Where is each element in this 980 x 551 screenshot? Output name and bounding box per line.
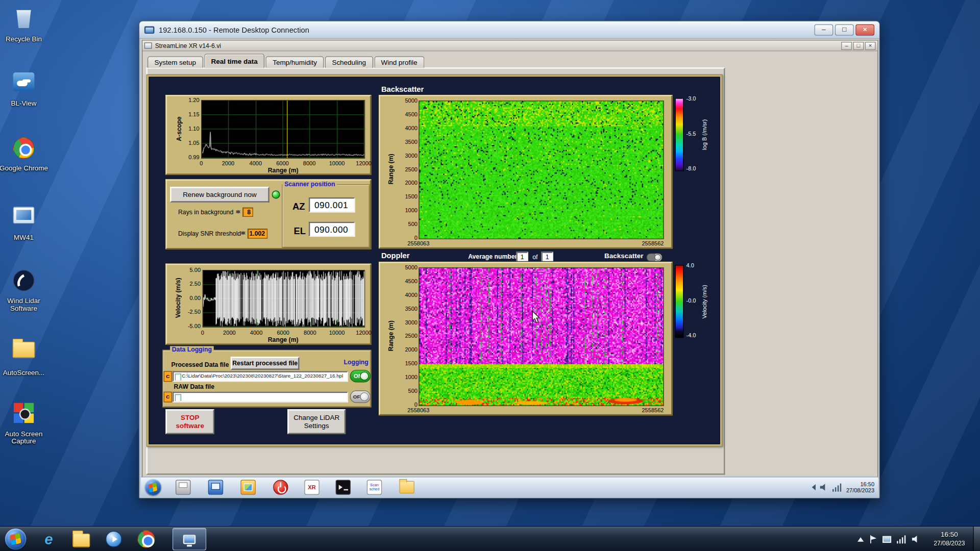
backscatter-cb-label: log B (/m/sr) (701, 93, 707, 176)
monitor-icon (183, 535, 195, 544)
velocity-xtick: 0 (191, 330, 214, 336)
taskbar-chrome-icon[interactable] (137, 531, 155, 548)
desktop-icon-bl-view[interactable]: BL-View (0, 70, 50, 107)
remote-taskbar-xr-app-icon[interactable]: XR (304, 480, 319, 494)
taskbar-rdp-window-button[interactable] (173, 528, 206, 550)
processed-drive-selector[interactable]: C (164, 371, 172, 382)
start-button[interactable] (5, 529, 27, 550)
rdp-close-button[interactable] (855, 24, 874, 35)
taskbar-media-player-icon[interactable] (105, 531, 122, 548)
rdp-minimize-button[interactable] (815, 24, 834, 35)
desktop-icon-google-chrome[interactable]: Google Chrome (0, 136, 50, 172)
raw-logging-off-toggle[interactable]: OFF (350, 390, 371, 403)
desktop-icon-wind-lidar[interactable]: Wind Lidar Software (0, 269, 50, 312)
remote-taskbar-display-tool-icon[interactable] (208, 480, 223, 494)
remote-taskbar-printer-icon[interactable] (176, 480, 190, 494)
desktop-icon-label: Recycle Bin (0, 35, 50, 43)
desktop-icon-autoscreen-folder[interactable]: AutoScreen... (0, 336, 50, 376)
tray-network-icon[interactable] (897, 535, 906, 543)
taskbar-explorer-icon[interactable] (72, 531, 90, 548)
raw-path-field[interactable] (173, 392, 348, 403)
doppler-ytick: 4500 (391, 278, 418, 284)
backscatter-ytick: 500 (391, 221, 418, 227)
backscatter-toggle[interactable] (646, 253, 663, 262)
remote-tray-volume-icon[interactable] (820, 484, 828, 491)
doppler-ytick: 4000 (391, 292, 418, 298)
remote-taskbar-scan-scheduler-icon[interactable]: Scan sched (367, 480, 382, 494)
doppler-ytick: 1500 (391, 361, 418, 367)
ascope-ytick: 1.15 (172, 111, 200, 117)
desktop-icon-label: BL-View (0, 99, 50, 107)
velocity-ytick: -2.50 (172, 309, 201, 315)
ascope-ytick: 1.10 (172, 126, 200, 132)
snr-spinner[interactable] (240, 228, 246, 238)
ascope-ytick: 1.20 (172, 97, 200, 103)
show-desktop-button[interactable] (973, 527, 980, 551)
tab-wind-profile[interactable]: Wind profile (374, 56, 424, 68)
restart-processed-file-button[interactable]: Restart processed file (231, 357, 300, 370)
logging-label: Logging (344, 359, 368, 365)
app-title: StreamLine XR v14-6.vi (155, 42, 221, 49)
remote-taskbar-image-tool-icon[interactable] (240, 480, 255, 494)
taskbar-ie-icon[interactable]: e (40, 531, 57, 548)
rdp-titlebar[interactable]: 192.168.0.150 - Remote Desktop Connectio… (139, 21, 879, 39)
renew-background-button[interactable]: Renew background now (170, 187, 270, 203)
taskbar-clock[interactable]: 16:50 27/08/2023 (934, 530, 965, 547)
remote-tray-hidden-icons-arrow[interactable] (808, 484, 815, 490)
tab-system-setup[interactable]: System setup (148, 56, 203, 68)
app-minimize-button[interactable] (841, 41, 852, 49)
remote-taskbar-folder-icon[interactable] (399, 481, 414, 493)
tab-real-time-data[interactable]: Real time data (204, 54, 264, 68)
desktop-icon-auto-screen-capture[interactable]: Auto Screen Capture (0, 401, 50, 445)
tray-volume-icon[interactable] (912, 535, 920, 543)
remote-clock[interactable]: 16:50 27/08/2023 (846, 481, 874, 493)
average-of-field[interactable]: 1 (541, 252, 553, 262)
tab-temp-humidity[interactable]: Temp/humidity (266, 56, 324, 68)
doppler-ytick: 3500 (391, 306, 418, 312)
desktop-icon-recycle-bin[interactable]: Recycle Bin (0, 6, 50, 42)
doppler-cb-tick: -4.0 (686, 332, 696, 338)
change-lidar-settings-button[interactable]: Change LiDARSettings (287, 409, 346, 434)
scanner-position-title: Scanner position (282, 181, 337, 187)
velocity-ytick: -5.00 (172, 323, 201, 329)
snr-value-field[interactable]: 1.002 (248, 229, 267, 239)
backscatter-x-end: 2558562 (626, 240, 664, 246)
logging-on-toggle[interactable]: ON (350, 370, 371, 382)
app-restore-button[interactable] (853, 41, 864, 49)
rays-value-field[interactable]: 8 (242, 208, 253, 217)
tray-display-icon[interactable] (883, 536, 891, 542)
velocity-xtick: 8000 (299, 330, 321, 336)
rays-spinner[interactable] (235, 207, 241, 217)
average-number-field[interactable]: 1 (516, 252, 528, 262)
app-titlebar[interactable]: StreamLine XR v14-6.vi (142, 41, 877, 52)
rdp-window: 192.168.0.150 - Remote Desktop Connectio… (139, 20, 880, 498)
remote-start-button[interactable] (145, 479, 161, 495)
rdp-maximize-button[interactable] (835, 24, 854, 35)
tray-action-center-icon[interactable] (869, 535, 877, 543)
desktop-icon-label: Google Chrome (0, 164, 50, 172)
az-value-field[interactable]: 090.001 (309, 197, 355, 212)
desktop-icon-mw41[interactable]: MW41 (0, 204, 50, 241)
doppler-ytick: 5000 (391, 264, 418, 270)
backscatter-x-start: 2558063 (407, 240, 429, 246)
recycle-bin-icon (16, 8, 32, 28)
processed-path-field[interactable]: C:\Lidar\Data\Proc\2023\202308\20230827\… (173, 371, 348, 382)
remote-taskbar-terminal-icon[interactable] (336, 480, 351, 494)
stop-software-button[interactable]: STOPsoftware (165, 409, 214, 434)
velocity-xtick: 2000 (218, 330, 240, 336)
app-close-button[interactable] (865, 41, 876, 49)
chrome-icon (137, 531, 155, 548)
backscatter-ytick: 4500 (391, 111, 418, 117)
ascope-xtick: 12000 (353, 161, 375, 167)
doppler-x-end: 2558562 (626, 407, 664, 413)
raw-drive-selector[interactable]: C (164, 392, 172, 403)
tab-scheduling[interactable]: Scheduling (325, 56, 373, 68)
el-value-field[interactable]: 090.000 (309, 222, 355, 237)
tray-hidden-icons-arrow[interactable] (857, 534, 864, 542)
remote-taskbar-power-icon[interactable] (273, 480, 288, 494)
remote-tray-network-icon[interactable] (832, 483, 842, 491)
system-tray (857, 535, 920, 543)
velocity-ytick: 0.00 (172, 295, 201, 301)
doppler-ytick: 1000 (391, 374, 418, 380)
doppler-plot-area (419, 267, 664, 406)
